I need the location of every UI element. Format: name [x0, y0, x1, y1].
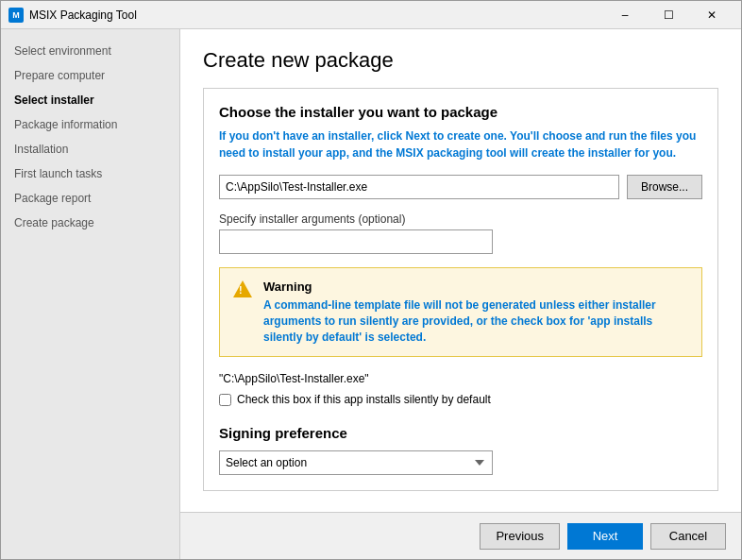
sidebar-item-create-package[interactable]: Create package [1, 211, 179, 235]
checkbox-row: Check this box if this app installs sile… [219, 393, 702, 406]
app-icon: M [8, 8, 24, 23]
sidebar-item-package-information[interactable]: Package information [1, 112, 179, 137]
window-title: MSIX Packaging Tool [29, 8, 603, 22]
app-window: M MSIX Packaging Tool – ☐ ✕ Select envir… [0, 0, 742, 560]
close-button[interactable]: ✕ [690, 1, 734, 29]
sidebar-item-first-launch-tasks[interactable]: First launch tasks [1, 161, 179, 186]
signing-heading: Signing preference [219, 425, 702, 441]
triangle-icon [233, 280, 252, 297]
warning-icon [233, 280, 252, 298]
sidebar-item-select-installer[interactable]: Select installer [1, 88, 179, 112]
arguments-input[interactable] [219, 229, 493, 254]
sidebar-item-prepare-computer[interactable]: Prepare computer [1, 63, 179, 88]
sidebar-item-installation[interactable]: Installation [1, 137, 179, 161]
section-description: If you don't have an installer, click Ne… [219, 127, 702, 161]
sidebar: Select environment Prepare computer Sele… [1, 29, 180, 559]
silent-install-label[interactable]: Check this box if this app installs sile… [237, 393, 491, 406]
sidebar-item-select-environment[interactable]: Select environment [1, 39, 179, 63]
previous-button[interactable]: Previous [480, 523, 560, 550]
sidebar-item-package-report[interactable]: Package report [1, 186, 179, 211]
main-scroll-area: Create new package Choose the installer … [180, 29, 741, 512]
minimize-button[interactable]: – [603, 1, 647, 29]
warning-content: Warning A command-line template file wil… [263, 280, 688, 345]
page-title: Create new package [203, 48, 718, 73]
warning-title: Warning [263, 280, 688, 294]
installer-section: Choose the installer you want to package… [203, 88, 718, 491]
signing-dropdown[interactable]: Select an option Sign with a certificate… [219, 450, 493, 475]
arguments-label: Specify installer arguments (optional) [219, 212, 702, 226]
footer: Previous Next Cancel [180, 512, 741, 559]
main-content: Create new package Choose the installer … [180, 29, 741, 559]
window-controls: – ☐ ✕ [603, 1, 734, 29]
title-bar: M MSIX Packaging Tool – ☐ ✕ [1, 1, 741, 29]
file-row: Browse... [219, 175, 702, 199]
maximize-button[interactable]: ☐ [647, 1, 690, 29]
installer-path-display: "C:\AppSilo\Test-Installer.exe" [219, 372, 702, 385]
browse-button[interactable]: Browse... [627, 175, 702, 199]
cancel-button[interactable]: Cancel [650, 523, 726, 550]
next-button[interactable]: Next [567, 523, 643, 550]
window-body: Select environment Prepare computer Sele… [1, 29, 741, 559]
silent-install-checkbox[interactable] [219, 394, 231, 406]
warning-box: Warning A command-line template file wil… [219, 267, 702, 357]
file-path-input[interactable] [219, 175, 619, 199]
warning-text: A command-line template file will not be… [263, 297, 688, 345]
section-heading: Choose the installer you want to package [219, 104, 702, 120]
